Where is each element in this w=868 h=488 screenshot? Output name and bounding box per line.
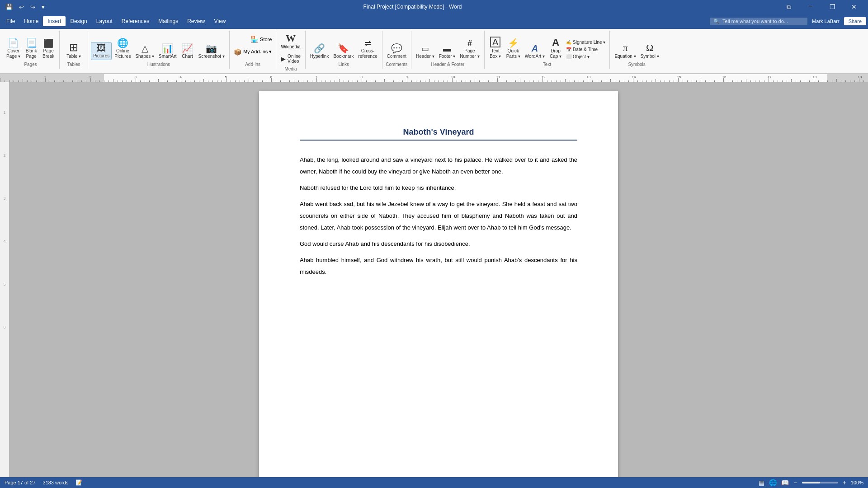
menu-design[interactable]: Design <box>66 16 91 26</box>
page-break-button[interactable]: ⬛ PageBreak <box>40 38 57 60</box>
header-icon: ▭ <box>421 45 429 53</box>
read-mode-icon[interactable]: 📖 <box>781 479 789 486</box>
page-number-icon: # <box>467 39 472 47</box>
drop-cap-label: DropCap ▾ <box>550 48 561 59</box>
ribbon-comments-items: 💬 Comment <box>385 31 408 60</box>
chart-button[interactable]: 📈 Chart <box>179 43 196 60</box>
web-layout-icon[interactable]: 🌐 <box>769 479 777 486</box>
minimize-button[interactable]: ─ <box>800 0 821 14</box>
my-addins-button[interactable]: 📦 My Add-ins ▾ <box>232 47 273 57</box>
margin-num-4: 4 <box>0 238 9 281</box>
screenshot-button[interactable]: 📷 Screenshot ▾ <box>197 43 226 60</box>
quick-parts-button[interactable]: ⚡ QuickParts ▾ <box>505 38 522 60</box>
save-icon[interactable]: 💾 <box>4 3 14 11</box>
share-button[interactable]: Share <box>844 17 866 25</box>
object-button[interactable]: ⬜ Object ▾ <box>565 53 607 60</box>
ribbon-header-footer-items: ▭ Header ▾ ▬ Footer ▾ # PageNumber ▾ <box>414 31 481 60</box>
pictures-icon: 🖼 <box>97 43 106 52</box>
search-bar[interactable]: 🔍 <box>710 18 807 25</box>
menu-insert[interactable]: Insert <box>43 16 66 26</box>
page-number-label: PageNumber ▾ <box>460 48 479 59</box>
quick-parts-label: QuickParts ▾ <box>506 48 520 59</box>
store-icon: 🏪 <box>250 36 258 43</box>
menu-file[interactable]: File <box>2 16 19 26</box>
text-box-button[interactable]: A TextBox ▾ <box>487 36 504 60</box>
wikipedia-button[interactable]: W Wikipedia <box>279 31 302 51</box>
undo-icon[interactable]: ↩ <box>17 3 26 11</box>
page-break-icon: ⬛ <box>43 39 53 47</box>
bookmark-button[interactable]: 🔖 Bookmark <box>331 43 355 60</box>
menu-references[interactable]: References <box>117 16 154 26</box>
wordart-label: WordArt ▾ <box>525 54 545 59</box>
document-paragraph-1: Naboth refused for the Lord told him to … <box>300 182 577 194</box>
document-body: Ahab, the king, looked around and saw a … <box>300 154 577 278</box>
ribbon-group-comments: 💬 Comment Comments <box>382 31 411 69</box>
cover-page-button[interactable]: 📄 CoverPage ▾ <box>5 38 22 60</box>
header-label: Header ▾ <box>416 54 434 59</box>
symbols-group-label: Symbols <box>613 61 660 67</box>
smartart-button[interactable]: 📊 SmartArt <box>157 43 178 60</box>
online-video-label: OnlineVideo <box>288 54 301 64</box>
ribbon-symbols-items: π Equation ▾ Ω Symbol ▾ <box>613 31 660 60</box>
language-icon[interactable]: 📝 <box>75 479 82 486</box>
search-input[interactable] <box>722 19 804 24</box>
ribbon-pages-items: 📄 CoverPage ▾ 📃 BlankPage ⬛ PageBreak <box>5 31 57 60</box>
equation-button[interactable]: π Equation ▾ <box>613 42 637 60</box>
date-time-button[interactable]: 📅 Date & Time <box>565 46 607 53</box>
page-number-button[interactable]: # PageNumber ▾ <box>458 38 481 60</box>
restore-down-button[interactable]: ⧉ <box>778 0 799 14</box>
bookmark-icon: 🔖 <box>338 44 349 53</box>
footer-button[interactable]: ▬ Footer ▾ <box>437 44 458 60</box>
signature-line-icon: ✍ <box>566 40 571 45</box>
margin-num-2: 2 <box>0 152 9 195</box>
drop-cap-button[interactable]: A DropCap ▾ <box>547 37 564 60</box>
signature-line-button[interactable]: ✍ Signature Line ▾ <box>565 39 607 46</box>
margin-num-5: 5 <box>0 281 9 324</box>
online-pictures-button[interactable]: 🌐 OnlinePictures <box>113 38 132 60</box>
blank-page-button[interactable]: 📃 BlankPage <box>23 38 39 60</box>
online-video-button[interactable]: ▶ OnlineVideo <box>279 53 302 65</box>
media-group-label: Media <box>279 66 302 71</box>
menu-review[interactable]: Review <box>183 16 209 26</box>
menu-home[interactable]: Home <box>19 16 43 26</box>
shapes-icon: △ <box>142 44 148 53</box>
equation-label: Equation ▾ <box>614 54 636 59</box>
quick-parts-icon: ⚡ <box>508 38 519 47</box>
close-button[interactable]: ✕ <box>844 0 864 14</box>
bookmark-label: Bookmark <box>333 54 354 59</box>
pictures-button[interactable]: 🖼 Pictures <box>91 42 112 60</box>
redo-icon[interactable]: ↪ <box>28 3 37 11</box>
shapes-button[interactable]: △ Shapes ▾ <box>133 43 156 60</box>
zoom-slider[interactable] <box>802 482 838 483</box>
zoom-in-icon[interactable]: + <box>843 479 846 486</box>
store-label: Store <box>260 37 272 42</box>
my-addins-icon: 📦 <box>234 48 241 56</box>
ribbon-media-items: W Wikipedia ▶ OnlineVideo <box>279 31 302 65</box>
ribbon-group-header-footer: ▭ Header ▾ ▬ Footer ▾ # PageNumber ▾ Hea… <box>411 31 485 69</box>
main-area: 1 2 3 4 5 6 Naboth's Vineyard Ahab, the … <box>0 82 868 477</box>
menu-mailings[interactable]: Mailings <box>154 16 183 26</box>
wordart-button[interactable]: A WordArt ▾ <box>523 43 547 60</box>
header-button[interactable]: ▭ Header ▾ <box>414 44 436 60</box>
table-button[interactable]: ⊞ Table ▾ <box>62 41 85 60</box>
customize-quick-access-icon[interactable]: ▾ <box>40 3 47 11</box>
print-layout-icon[interactable]: ▦ <box>759 479 764 486</box>
quick-access-toolbar: 💾 ↩ ↪ ▾ <box>4 3 47 11</box>
margin-numbers: 1 2 3 4 5 6 <box>0 82 9 477</box>
document-paragraph-0: Ahab, the king, looked around and saw a … <box>300 154 577 178</box>
hyperlink-button[interactable]: 🔗 Hyperlink <box>308 43 331 60</box>
tables-group-label: Tables <box>62 61 85 67</box>
symbol-button[interactable]: Ω Symbol ▾ <box>639 42 661 60</box>
comment-button[interactable]: 💬 Comment <box>385 43 408 60</box>
store-button[interactable]: 🏪 Store <box>249 34 273 44</box>
illustrations-group-label: Illustrations <box>91 61 226 67</box>
cross-reference-button[interactable]: ⇌ Cross-reference <box>356 38 379 60</box>
document-scroll-area[interactable]: Naboth's Vineyard Ahab, the king, looked… <box>9 82 868 477</box>
ruler <box>0 74 868 82</box>
maximize-button[interactable]: ❐ <box>822 0 843 14</box>
menu-view[interactable]: View <box>210 16 231 26</box>
menu-layout[interactable]: Layout <box>92 16 117 26</box>
cover-page-label: CoverPage ▾ <box>6 48 20 59</box>
margin-num-6: 6 <box>0 324 9 367</box>
zoom-out-icon[interactable]: − <box>793 479 797 486</box>
